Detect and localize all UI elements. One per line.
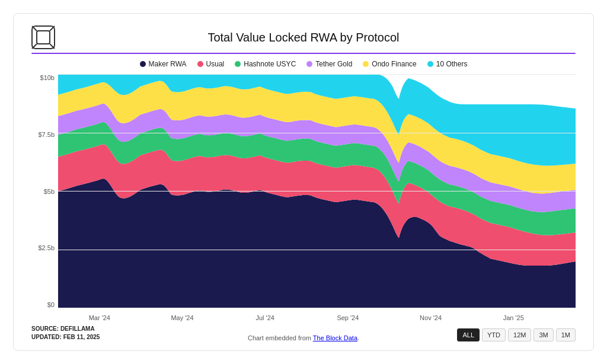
chart-title: Total Value Locked RWA by Protocol	[65, 31, 576, 44]
embed-link[interactable]: The Block Data	[313, 334, 357, 341]
legend-item: Hashnote USYC	[235, 60, 296, 68]
embed-text: Chart embedded from The Block Data.	[248, 334, 359, 341]
y-axis-label: $7.5b	[31, 131, 58, 138]
legend-label: 10 Others	[436, 60, 468, 68]
legend-label: Tether Gold	[315, 60, 352, 68]
legend-item: Maker RWA	[140, 60, 187, 68]
header-row: Total Value Locked RWA by Protocol	[31, 25, 576, 49]
logo-icon	[31, 25, 55, 49]
legend-dot	[363, 61, 369, 67]
legend-dot	[235, 61, 241, 67]
time-range-button[interactable]: 12M	[508, 328, 531, 341]
time-range-button[interactable]: YTD	[482, 328, 506, 341]
x-axis-label: Jan '25	[503, 314, 524, 321]
svg-rect-1	[37, 31, 50, 44]
legend-item: Tether Gold	[306, 60, 352, 68]
y-axis-label: $0	[31, 301, 58, 308]
legend-dot	[306, 61, 312, 67]
x-axis-label: Jul '24	[255, 314, 274, 321]
time-range-button[interactable]: 3M	[533, 328, 553, 341]
x-axis-label: Mar '24	[89, 314, 110, 321]
legend-dot	[427, 61, 433, 67]
stacked-area-chart	[58, 74, 576, 308]
legend-item: Usual	[197, 60, 225, 68]
legend-dot	[140, 61, 146, 67]
x-axis-label: Nov '24	[420, 314, 442, 321]
y-axis: $10b$7.5b$5b$2.5b$0	[31, 74, 58, 321]
x-axis-label: May '24	[171, 314, 193, 321]
chart-container: Total Value Locked RWA by Protocol Maker…	[13, 13, 594, 351]
legend-label: Ondo Finance	[372, 60, 416, 68]
x-axis-label: Sep '24	[337, 314, 359, 321]
source-text: SOURCE: DEFILLAMA UPDATED: FEB 11, 2025	[31, 325, 100, 341]
legend-label: Maker RWA	[149, 60, 187, 68]
chart-plot: Mar '24May '24Jul '24Sep '24Nov '24Jan '…	[58, 74, 576, 321]
purple-divider	[31, 53, 576, 54]
legend-label: Usual	[206, 60, 225, 68]
y-axis-label: $2.5b	[31, 244, 58, 251]
chart-area: $10b$7.5b$5b$2.5b$0	[31, 74, 576, 321]
x-axis-container: Mar '24May '24Jul '24Sep '24Nov '24Jan '…	[58, 308, 576, 321]
y-axis-label: $5b	[31, 188, 58, 195]
time-range-button[interactable]: ALL	[457, 328, 480, 341]
legend-label: Hashnote USYC	[244, 60, 296, 68]
legend-item: Ondo Finance	[363, 60, 416, 68]
y-axis-label: $10b	[31, 74, 58, 81]
legend: Maker RWAUsualHashnote USYCTether GoldOn…	[31, 60, 576, 68]
time-range-button[interactable]: 1M	[556, 328, 576, 341]
legend-item: 10 Others	[427, 60, 468, 68]
time-buttons: ALLYTD12M3M1M	[457, 328, 576, 341]
footer: SOURCE: DEFILLAMA UPDATED: FEB 11, 2025 …	[31, 325, 576, 341]
legend-dot	[197, 61, 203, 67]
